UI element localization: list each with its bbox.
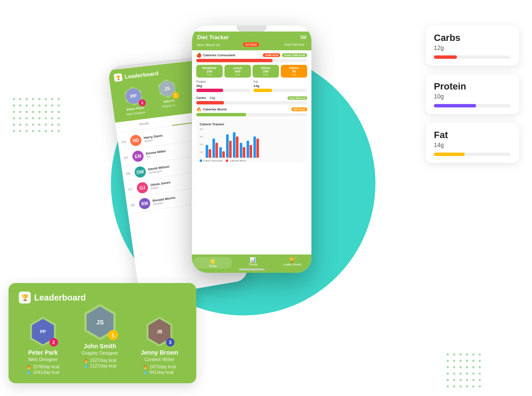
- chart-title: Calorie Tracker: [200, 122, 304, 126]
- meal-grid: Breakfast 200 kcal Lunch 600 kcal Dinner…: [196, 65, 307, 78]
- carbs-section: Carbs 12g Goal 500 kcal: [196, 96, 307, 104]
- lb-hex-jenny: JB 3: [145, 317, 174, 347]
- nutrient-card-carbs: Carbs 12g: [425, 26, 519, 66]
- lb-person-name-jenny: Jenny Brown: [141, 349, 178, 356]
- calories-consumed-section: 🍎 Calories Consumed 1040 kcal Goal 1500 …: [196, 53, 307, 62]
- lb-person-stats-peter: 🔥1578/day kcal 💧1041/day kcal: [26, 364, 59, 375]
- protein-bar: [196, 89, 223, 92]
- legend-burnt: Calories Burnt: [230, 159, 246, 162]
- top3-role-1: Graphic D...: [161, 103, 177, 108]
- app-title: Diet Tracker: [197, 34, 229, 40]
- lb-hex-peter: PP 2: [28, 317, 58, 347]
- carbs-bar: [196, 101, 224, 104]
- date-label: Mon. March 30: [197, 43, 220, 47]
- lb-person-name-peter: Peter Park: [28, 349, 58, 356]
- set-goal-button[interactable]: Set Goal: [243, 42, 259, 47]
- calories-consumed-label: Calories Consumed: [203, 53, 235, 57]
- calories-burnt-section: 🔥 Calories Burnt 423 kcal: [196, 107, 307, 116]
- meal-breakfast: Breakfast 200 kcal: [196, 65, 223, 78]
- calories-goal-badge: Goal 1500 kcal: [282, 53, 307, 57]
- meal-dinner: Dinner 200 kcal: [253, 65, 279, 78]
- phone-content: 🍎 Calories Consumed 1040 kcal Goal 1500 …: [192, 50, 311, 164]
- rank-badge-jenny: 3: [166, 338, 174, 347]
- carbs-goal-badge: Goal 500 kcal: [288, 96, 307, 100]
- calorie-chart: Calorie Tracker 800 600 400 200: [196, 119, 307, 162]
- nutrient-protein: Protein 30g: [196, 80, 250, 94]
- fat-name: Fat: [434, 130, 511, 141]
- protein-bar-fill: [434, 104, 476, 107]
- burnt-badge: 423 kcal: [291, 107, 307, 111]
- carbs-bar-track: [434, 55, 511, 59]
- fat-bar-track: [434, 153, 511, 156]
- lb-person-role-peter: Web Designer: [28, 357, 58, 362]
- lb-person-name-john: John Smith: [84, 343, 116, 350]
- nutrient-card-fat: Fat 14g: [425, 123, 519, 163]
- fat-bar: [253, 89, 272, 92]
- lb-person-jenny: JB 3 Jenny Brown Content Writer 🔥1473/da…: [141, 317, 178, 375]
- nav-today[interactable]: ⭐ Today: [193, 257, 232, 269]
- calories-value-badge: 1040 kcal: [263, 53, 280, 57]
- nutrient-fat: Fat 14g: [253, 80, 307, 94]
- phone-diet-tracker: Diet Tracker ⌨ Mon. March 30 Set Goal Go…: [192, 26, 311, 273]
- meal-others: Others 50 kcal: [281, 65, 307, 78]
- lb-hex-john: JS 1: [82, 304, 118, 340]
- lb-person-john: JS 1 John Smith Graphic Designer 🔥1527/d…: [82, 304, 119, 368]
- legend-food: Food Consumed: [203, 159, 222, 162]
- protein-name: Protein: [434, 81, 511, 92]
- protein-amount: 10g: [434, 93, 511, 100]
- protein-bar-track: [434, 104, 511, 107]
- meal-lunch: Lunch 600 kcal: [224, 65, 251, 78]
- nav-leaderboard[interactable]: 🏆 Leader Board: [273, 257, 311, 269]
- lb-person-role-jenny: Content Writer: [144, 357, 174, 362]
- leaderboard-title: Leaderboard: [124, 70, 159, 80]
- leaderboard-card: 🏆 Leaderboard PP 2 Peter Park Web Design…: [9, 283, 196, 383]
- nutrient-cards: Carbs 12g Protein 10g Fat 14g: [425, 26, 519, 163]
- fat-bar-fill: [434, 153, 465, 156]
- goal-badge: Goal 1500 kcal: [282, 43, 306, 46]
- lb-card-people: PP 2 Peter Park Web Designer 🔥1578/day k…: [19, 310, 186, 375]
- fat-amount: 14g: [434, 142, 511, 148]
- top3-rank2: PP 2 Peter Park Web Designer: [123, 86, 146, 116]
- top3-role-2: Web Designer: [126, 111, 145, 116]
- lb-logo-icon: 🏆: [19, 292, 31, 304]
- carbs-value: 12g: [209, 96, 215, 100]
- top3-rank1: JS 1 John S Graphic D...: [157, 78, 179, 109]
- leaderboard-logo-icon: 🏆: [114, 73, 123, 82]
- carbs-amount: 12g: [434, 44, 511, 51]
- lb-person-stats-john: 🔥1527/day kcal 💧1127/day kcal: [84, 358, 116, 368]
- lb-person-peter: PP 2 Peter Park Web Designer 🔥1578/day k…: [26, 317, 59, 375]
- calories-burnt-label: Calories Burnt: [203, 107, 227, 111]
- rank-badge-john: 1: [108, 330, 118, 340]
- lb-person-stats-jenny: 🔥1473/day kcal 💧941/day kcal: [143, 364, 176, 375]
- home-indicator: [239, 269, 265, 270]
- carbs-label: Carbs: [196, 96, 206, 100]
- lb-person-role-john: Graphic Designer: [82, 350, 119, 356]
- lb-card-title: Leaderboard: [34, 293, 86, 303]
- calories-bar: [196, 59, 273, 62]
- chart-legend: Food Consumed Calories Burnt: [200, 159, 304, 162]
- carbs-name: Carbs: [434, 32, 511, 43]
- nutrient-card-protein: Protein 10g: [425, 74, 519, 114]
- nutrient-row: Protein 30g Fat 14g: [196, 80, 307, 94]
- phone-header: Diet Tracker ⌨ Mon. March 30 Set Goal Go…: [192, 32, 311, 50]
- carbs-bar-fill: [434, 55, 457, 59]
- top3-name-1: John S: [163, 98, 175, 104]
- lb-card-header: 🏆 Leaderboard: [19, 292, 186, 304]
- rank-badge-peter: 2: [49, 338, 58, 347]
- nav-trends[interactable]: 📊 Trends: [233, 257, 272, 269]
- burnt-bar: [196, 113, 246, 116]
- phone-notch: [237, 26, 267, 32]
